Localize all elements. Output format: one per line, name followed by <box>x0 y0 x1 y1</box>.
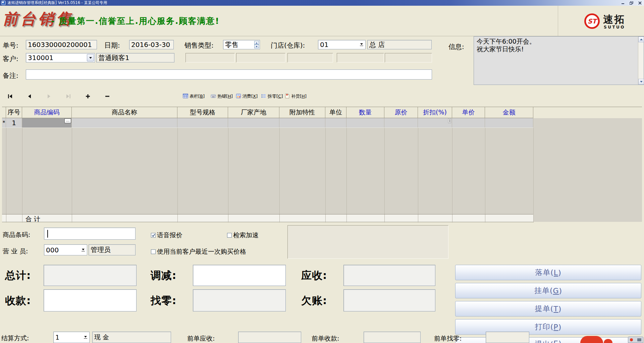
customer-select[interactable]: 310001 <box>26 53 95 62</box>
action-button-l[interactable]: 落单(L) <box>455 265 641 280</box>
grid-column-line <box>384 214 385 223</box>
brand-logo-icon: ST <box>584 13 600 29</box>
row-indicator[interactable]: * <box>2 118 6 128</box>
clerk-label: 营 业 员: <box>3 247 28 256</box>
prev-receivable-field <box>238 332 301 343</box>
cell-spin-handle[interactable] <box>448 118 451 123</box>
close-icon[interactable] <box>637 0 643 5</box>
change-label: 找零: <box>151 294 176 308</box>
minimize-icon[interactable] <box>620 0 626 5</box>
extra-field-5 <box>385 53 432 62</box>
keyboard-icon <box>211 93 216 100</box>
settle-method-select[interactable]: 1 <box>53 332 90 343</box>
sale-type-select[interactable]: 零售 <box>223 40 260 49</box>
sale-type-label: 销售类型: <box>184 41 214 50</box>
adjust-field[interactable] <box>193 265 286 286</box>
action-button-t[interactable]: 提单(T) <box>455 301 641 316</box>
cell-empty[interactable] <box>72 118 177 128</box>
restore-icon[interactable] <box>629 0 634 5</box>
grid-column-line <box>22 214 22 223</box>
column-header-4[interactable]: 厂家产地 <box>228 107 279 118</box>
clerk-select[interactable]: 000 <box>44 244 87 255</box>
cell-empty[interactable] <box>485 118 533 128</box>
cell-empty[interactable] <box>452 118 485 128</box>
cell-empty[interactable] <box>279 118 325 128</box>
nav-next-button <box>40 92 58 101</box>
info-label: 信息: <box>448 42 464 51</box>
grid-column-line <box>177 128 178 214</box>
store-select[interactable]: 01 <box>318 40 366 49</box>
received-field[interactable] <box>44 289 137 311</box>
cell-seq[interactable]: 1 <box>6 118 22 128</box>
settle-dropdown-icon[interactable] <box>83 333 89 342</box>
sale-type-spinner[interactable] <box>254 41 259 48</box>
customer-dropdown-icon[interactable] <box>87 54 94 61</box>
grid-column-line <box>6 214 6 223</box>
toolbar-button-keyboard[interactable]: 热键[H] <box>211 92 233 101</box>
column-header-11[interactable]: 金额 <box>485 107 533 118</box>
date-label: 日期: <box>104 41 120 50</box>
total-field <box>44 265 137 286</box>
cell-product-code-selected[interactable]: ... <box>22 118 72 128</box>
cell-lookup-button[interactable]: ... <box>64 118 71 123</box>
column-header-9[interactable]: 折扣(%) <box>418 107 452 118</box>
remark-input[interactable] <box>26 69 432 80</box>
store-dropdown-icon[interactable] <box>359 41 365 48</box>
column-header-0[interactable]: 序号 <box>6 107 22 118</box>
order-number-field[interactable]: 160330000200001 <box>26 40 97 49</box>
column-header-2[interactable]: 商品名称 <box>72 107 177 118</box>
column-header-6[interactable]: 单位 <box>325 107 346 118</box>
date-field[interactable]: 2016-03-30 <box>129 40 174 49</box>
toolbar-button-split[interactable]: 拆零[C] <box>261 92 283 101</box>
clerk-dropdown-icon[interactable] <box>80 245 86 254</box>
adjust-label: 调减: <box>151 268 176 283</box>
store-name-field: 总 店 <box>367 40 432 49</box>
order-number-label: 单号: <box>3 41 18 50</box>
toolbar-button-restock[interactable]: 补货[H] <box>284 92 307 101</box>
column-header-1[interactable]: 商品编码 <box>22 107 72 118</box>
cell-empty[interactable] <box>228 118 279 128</box>
toolbar-button-consume[interactable]: 消费[X] <box>236 92 258 101</box>
floating-logo-fragment <box>580 336 603 343</box>
received-label: 收款: <box>5 294 31 308</box>
action-button-e[interactable]: 退出(E) <box>455 337 641 343</box>
titlebar: 速拓进销存管理系统[经典版] Ver15.0516 - 某某公司专用 <box>0 0 644 6</box>
grid-column-line <box>384 128 385 214</box>
action-button-g[interactable]: 挂单(G) <box>455 283 641 298</box>
toolbar-button-label: 热键[H] <box>217 93 233 99</box>
cell-empty[interactable] <box>384 118 418 128</box>
nav-prior-button[interactable] <box>21 92 38 101</box>
store-label: 门店(仓库): <box>271 41 305 50</box>
voice-quote-checkbox[interactable] <box>151 233 156 238</box>
toolbar-button-table[interactable]: 表栏[B] <box>183 92 205 101</box>
info-memo[interactable]: 今天下午6:00开会。 祝大家节日快乐! <box>474 36 644 85</box>
column-header-8[interactable]: 原价 <box>384 107 418 118</box>
fast-search-option[interactable]: 检索加速 <box>227 231 259 240</box>
column-header-7[interactable]: 数量 <box>346 107 384 118</box>
cell-empty[interactable] <box>418 118 452 128</box>
barcode-input[interactable] <box>44 228 136 240</box>
info-scrollbar[interactable] <box>638 37 644 85</box>
cell-empty[interactable] <box>346 118 384 128</box>
nav-insert-button[interactable] <box>79 92 97 101</box>
extra-field-4 <box>337 53 384 62</box>
nav-delete-button[interactable] <box>99 92 116 101</box>
prev-change-field <box>486 332 529 343</box>
prev-receivable-label: 前单应收: <box>187 334 215 343</box>
scroll-down-icon[interactable] <box>638 79 644 85</box>
use-last-price-option[interactable]: 使用当前客户最近一次购买价格 <box>151 247 246 256</box>
consume-icon <box>236 93 241 100</box>
fast-search-checkbox[interactable] <box>227 233 232 238</box>
column-header-10[interactable]: 单价 <box>452 107 485 118</box>
cell-empty[interactable] <box>325 118 346 128</box>
brand-name-en: SUTUO <box>604 25 625 30</box>
column-header-3[interactable]: 型号规格 <box>177 107 228 118</box>
scroll-up-icon[interactable] <box>638 37 644 42</box>
use-last-price-checkbox[interactable] <box>151 249 156 254</box>
prev-received-field <box>364 332 421 343</box>
column-header-5[interactable]: 附加特性 <box>279 107 325 118</box>
voice-quote-option[interactable]: 语音报价 <box>151 231 182 240</box>
action-button-p[interactable]: 打印(P) <box>455 319 641 335</box>
nav-first-button[interactable] <box>1 92 19 101</box>
cell-empty[interactable] <box>177 118 228 128</box>
